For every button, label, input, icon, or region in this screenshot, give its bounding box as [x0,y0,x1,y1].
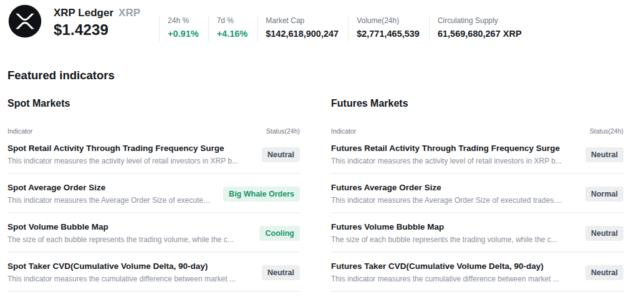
table-header-futures: Indicator Status(24h) [331,127,623,135]
column-header-indicator: Indicator [331,127,356,135]
indicator-text: Spot Taker CVD(Cumulative Volume Delta, … [7,261,244,283]
status-badge: Cooling [259,226,300,241]
status-badge: Neutral [262,147,300,162]
indicator-text: Spot Average Order Size This indicator m… [7,183,223,205]
indicator-text: Futures Retail Activity Through Trading … [331,144,570,165]
page-title: Featured indicators [7,69,644,82]
indicator-text: Spot Retail Activity Through Trading Fre… [7,144,247,165]
coin-stats: 24h % +0.91% 7d % +4.16% Market Cap $142… [159,16,531,41]
indicator-row-futures-average-order-size[interactable]: Futures Average Order Size This indicato… [331,174,623,213]
indicator-title[interactable]: Spot Taker CVD(Cumulative Volume Delta, … [7,261,236,271]
stat-volume-24h: Volume(24h) $2,771,465,539 [348,16,429,41]
stat-value: 61,569,680,267 XRP [438,29,522,39]
indicator-title[interactable]: Futures Taker CVD(Cumulative Volume Delt… [331,261,559,271]
indicator-text: Spot Volume Bubble Map The size of each … [7,222,243,244]
indicator-description: This indicator measures the Average Orde… [7,196,214,205]
coin-price: $1.4239 [54,21,140,39]
indicator-title[interactable]: Spot Volume Bubble Map [7,222,234,231]
stat-label: 7d % [217,16,248,25]
section-title-spot: Spot Markets [7,98,300,109]
table-header-spot: Indicator Status(24h) [7,127,300,135]
stat-value: $142,618,900,247 [266,29,339,39]
indicator-row-futures-taker-cvd[interactable]: Futures Taker CVD(Cumulative Volume Delt… [331,253,623,292]
stat-label: Volume(24h) [357,16,420,25]
column-header-status: Status(24h) [266,127,300,135]
coin-header: XRP Ledger XRP $1.4239 24h % +0.91% 7d %… [0,0,644,39]
stat-label: Circulating Supply [438,16,522,25]
indicator-title[interactable]: Futures Average Order Size [331,183,562,192]
indicator-description: The size of each bubble represents the t… [331,235,557,244]
indicator-title[interactable]: Spot Average Order Size [7,183,214,192]
status-badge: Normal [585,187,623,202]
stat-value: +4.16% [217,29,248,39]
indicator-title[interactable]: Futures Volume Bubble Map [331,222,557,231]
column-header-indicator: Indicator [7,127,32,135]
indicator-description: This indicator measures the cumulative d… [7,275,236,283]
indicator-text: Futures Average Order Size This indicato… [331,183,571,205]
indicator-description: This indicator measures the activity lev… [7,157,238,165]
indicator-row-spot-volume-bubble-map[interactable]: Spot Volume Bubble Map The size of each … [7,213,300,253]
status-badge: Neutral [585,265,623,280]
indicator-description: The size of each bubble represents the t… [7,235,234,244]
indicator-row-futures-retail-activity[interactable]: Futures Retail Activity Through Trading … [331,135,623,174]
indicator-columns: Spot Markets Indicator Status(24h) Spot … [0,82,644,292]
stat-value: +0.91% [168,29,199,39]
stat-market-cap: Market Cap $142,618,900,247 [257,16,348,41]
futures-markets-section: Futures Markets Indicator Status(24h) Fu… [331,82,623,292]
status-badge: Neutral [585,147,623,162]
stat-7d-change: 7d % +4.16% [208,16,257,41]
section-title-futures: Futures Markets [331,98,623,109]
indicator-title[interactable]: Futures Retail Activity Through Trading … [331,144,562,153]
spot-markets-section: Spot Markets Indicator Status(24h) Spot … [7,82,300,292]
coin-title-block: XRP Ledger XRP $1.4239 [54,7,140,39]
indicator-description: This indicator measures the Average Orde… [331,196,562,205]
indicator-description: This indicator measures the cumulative d… [331,275,559,283]
coin-name: XRP Ledger [54,7,113,19]
stat-value: $2,771,465,539 [357,29,420,39]
xrp-logo-icon [7,4,42,39]
status-badge: Neutral [585,226,623,241]
indicator-description: This indicator measures the activity lev… [331,157,562,165]
indicator-row-spot-taker-cvd[interactable]: Spot Taker CVD(Cumulative Volume Delta, … [7,253,300,292]
status-badge: Neutral [262,265,300,280]
indicator-row-spot-retail-activity[interactable]: Spot Retail Activity Through Trading Fre… [7,135,300,174]
coin-symbol: XRP [118,7,140,19]
stat-circulating-supply: Circulating Supply 61,569,680,267 XRP [429,16,531,41]
indicator-title[interactable]: Spot Retail Activity Through Trading Fre… [7,144,238,153]
stat-label: 24h % [168,16,199,25]
column-header-status: Status(24h) [590,127,623,135]
stat-24h-change: 24h % +0.91% [159,16,208,41]
indicator-row-futures-volume-bubble-map[interactable]: Futures Volume Bubble Map The size of ea… [331,213,623,253]
stat-label: Market Cap [266,16,339,25]
indicator-row-spot-average-order-size[interactable]: Spot Average Order Size This indicator m… [7,174,300,213]
indicator-text: Futures Volume Bubble Map The size of ea… [331,222,566,244]
status-badge: Big Whale Orders [223,187,300,202]
indicator-text: Futures Taker CVD(Cumulative Volume Delt… [331,261,568,283]
